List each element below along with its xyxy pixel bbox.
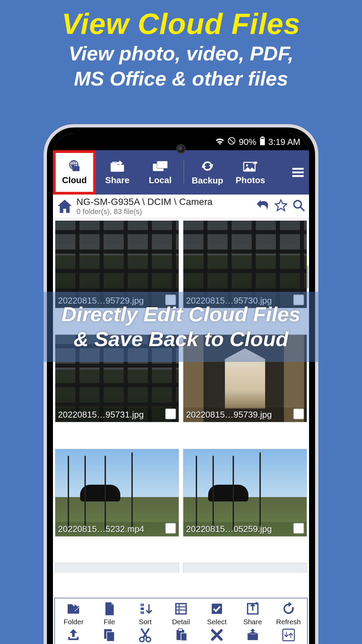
tool-refresh-label: Refresh <box>276 618 301 626</box>
search-button[interactable] <box>292 199 306 214</box>
promo-subtitle-line1: View photo, video, PDF, <box>3 41 359 66</box>
back-button[interactable] <box>256 199 269 214</box>
svg-text:Z: Z <box>141 611 143 614</box>
tab-divider <box>184 161 184 184</box>
backup-sync-icon <box>200 159 215 174</box>
tool-file-label: File <box>104 618 115 626</box>
svg-rect-20 <box>176 604 186 614</box>
promo-subtitle: View photo, video, PDF, MS Office & othe… <box>0 41 362 91</box>
tool-upload[interactable]: Upload <box>56 627 92 644</box>
phone-frame: 90% 3:19 AM Cloud Share <box>44 124 318 644</box>
tool-folder-label: Folder <box>64 618 84 626</box>
promo-banner-line1: Directly Edit Cloud Files <box>0 302 362 327</box>
tool-detail-label: Detail <box>172 618 190 626</box>
tool-select[interactable]: Select <box>199 601 235 626</box>
file-name: 20220815…05259.jpg <box>186 524 272 534</box>
bottom-toolbar: Folder File AZ Sort Detail Select <box>54 598 308 644</box>
breadcrumb[interactable]: NG-SM-G935A \ DCIM \ Camera <box>76 197 253 207</box>
svg-rect-27 <box>107 632 115 641</box>
wifi-icon <box>216 137 224 147</box>
status-time: 3:19 AM <box>268 137 300 147</box>
svg-rect-13 <box>292 168 304 170</box>
promo-title: View Cloud Files <box>0 0 362 41</box>
path-bar: NG-SM-G935A \ DCIM \ Camera 0 folder(s),… <box>53 195 309 218</box>
promo-subtitle-line2: MS Office & other files <box>3 66 359 91</box>
tab-photos-label: Photos <box>236 175 265 185</box>
menu-button[interactable] <box>289 150 307 195</box>
tool-folder[interactable]: Folder <box>56 601 92 626</box>
file-item[interactable]: 20220815…05259.jpg <box>183 449 307 537</box>
home-button[interactable] <box>56 199 73 214</box>
svg-rect-24 <box>212 604 222 614</box>
tool-file[interactable]: File <box>92 601 127 626</box>
tab-photos[interactable]: Photos <box>229 150 272 195</box>
svg-rect-15 <box>292 175 304 177</box>
file-name: 20220815…5232.mp4 <box>58 524 144 534</box>
battery-icon <box>260 137 265 148</box>
tab-backup-label: Backup <box>192 175 223 186</box>
tool-delete[interactable]: Delete <box>199 627 235 644</box>
tool-paste[interactable]: Paste <box>163 627 199 644</box>
promo-banner-line2: & Save Back to Cloud <box>0 327 362 352</box>
folder-summary: 0 folder(s), 83 file(s) <box>76 207 253 216</box>
select-checkbox[interactable] <box>165 523 176 534</box>
tool-select-label: Select <box>207 618 227 626</box>
photos-icon <box>242 160 258 174</box>
front-camera <box>176 144 186 154</box>
promo-banner: Directly Edit Cloud Files & Save Back to… <box>0 292 362 362</box>
tool-dropbox[interactable]: Drop box <box>235 627 270 644</box>
svg-rect-4 <box>260 138 264 139</box>
select-checkbox[interactable] <box>165 409 176 419</box>
svg-line-17 <box>301 207 304 211</box>
tool-refresh[interactable]: Refresh <box>270 601 306 626</box>
tool-share[interactable]: Share <box>235 601 270 626</box>
file-name: 20220815…95731.jpg <box>58 410 144 420</box>
favorite-button[interactable] <box>274 199 288 214</box>
svg-point-12 <box>246 164 248 166</box>
screen: 90% 3:19 AM Cloud Share <box>53 133 309 644</box>
select-checkbox[interactable] <box>293 409 304 419</box>
svg-line-1 <box>230 139 234 143</box>
tab-cloud[interactable]: Cloud <box>53 150 96 195</box>
file-name: 20220815…95739.jpg <box>186 410 272 420</box>
tool-share-label: Share <box>243 618 262 626</box>
svg-text:A: A <box>141 603 143 606</box>
tab-cloud-label: Cloud <box>62 175 87 185</box>
path-text: NG-SM-G935A \ DCIM \ Camera 0 folder(s),… <box>76 197 253 216</box>
svg-rect-10 <box>157 161 168 168</box>
tool-detail[interactable]: Detail <box>163 601 199 626</box>
top-tab-bar: Cloud Share Local <box>53 150 309 195</box>
svg-rect-3 <box>261 137 263 138</box>
svg-rect-32 <box>181 633 187 641</box>
tool-copy[interactable]: Copy <box>92 627 127 644</box>
no-sim-icon <box>228 137 236 147</box>
tab-share[interactable]: Share <box>96 150 139 195</box>
tab-local[interactable]: Local <box>139 150 182 195</box>
svg-rect-31 <box>178 629 182 631</box>
tab-local-label: Local <box>149 175 172 185</box>
cloud-icon <box>67 160 82 174</box>
tool-sort-label: Sort <box>139 618 152 626</box>
local-folders-icon <box>152 160 168 174</box>
svg-point-16 <box>294 201 301 208</box>
share-folder-icon <box>109 160 125 174</box>
svg-rect-14 <box>292 171 304 173</box>
phone-bezel: 90% 3:19 AM Cloud Share <box>47 127 315 644</box>
file-item[interactable] <box>55 563 179 573</box>
battery-percent: 90% <box>239 137 256 147</box>
file-grid[interactable]: 20220815…95729.jpg 20220815…95730.jpg 20… <box>53 218 309 595</box>
tool-sort[interactable]: AZ Sort <box>127 601 163 626</box>
file-item[interactable]: 20220815…5232.mp4 <box>55 449 179 537</box>
select-checkbox[interactable] <box>293 523 304 534</box>
tab-share-label: Share <box>105 175 129 185</box>
tool-cut[interactable]: Cut <box>127 627 163 644</box>
tab-backup[interactable]: Backup <box>186 150 229 195</box>
file-item[interactable] <box>183 563 307 573</box>
svg-rect-8 <box>71 165 75 167</box>
tool-progress[interactable]: Progress <box>270 627 306 644</box>
